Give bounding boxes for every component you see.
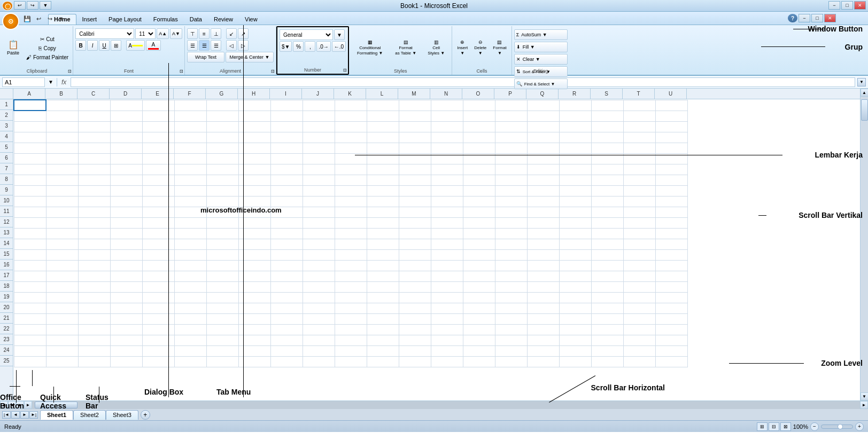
cell-Q14[interactable] [527,239,559,249]
cell-M9[interactable] [399,185,431,196]
cell-J15[interactable] [303,249,335,260]
page-layout-view-btn[interactable]: ⊟ [769,422,779,431]
cell-Q7[interactable] [527,164,559,175]
cell-F8[interactable] [174,175,206,185]
cell-L4[interactable] [367,132,399,143]
cell-F6[interactable] [174,153,206,164]
cell-I10[interactable] [270,196,303,207]
percent-btn[interactable]: % [293,41,304,52]
cell-N15[interactable] [431,249,463,260]
cell-M6[interactable] [399,153,431,164]
tab-page-layout[interactable]: Page Layout [103,14,148,25]
cell-J12[interactable] [303,217,335,228]
cell-N7[interactable] [431,164,463,175]
cell-N21[interactable] [431,313,463,324]
cell-H6[interactable] [238,153,270,164]
cell-T25[interactable] [623,356,655,367]
cell-T24[interactable] [623,345,655,356]
cell-S10[interactable] [591,196,623,207]
zoom-slider[interactable] [821,425,853,429]
number-dialog-btn[interactable]: ⊡ [343,68,347,73]
cell-G11[interactable] [206,207,238,217]
cell-H14[interactable] [238,239,270,249]
cell-L12[interactable] [367,217,399,228]
bold-btn[interactable]: B [75,40,86,51]
cell-H19[interactable] [238,292,270,303]
sheet-tab-1[interactable]: Sheet1 [40,410,73,420]
cell-C23[interactable] [78,335,110,345]
cell-U11[interactable] [655,207,687,217]
cell-U3[interactable] [655,121,687,132]
prev-sheet-btn[interactable]: ◄ [11,411,20,419]
cell-I3[interactable] [270,121,303,132]
cell-K11[interactable] [335,207,367,217]
cell-L13[interactable] [367,228,399,239]
restore-btn[interactable]: □ [841,1,853,10]
increase-font-btn[interactable]: A▲ [157,28,169,39]
cell-D8[interactable] [110,175,142,185]
cell-A17[interactable] [14,271,46,281]
cell-R20[interactable] [559,303,591,313]
cell-U24[interactable] [655,345,687,356]
cell-A1[interactable] [14,100,46,111]
cell-K18[interactable] [335,281,367,292]
cell-P17[interactable] [495,271,527,281]
cell-H16[interactable] [238,260,270,271]
cell-G15[interactable] [206,249,238,260]
cell-B8[interactable] [46,175,78,185]
cell-I13[interactable] [270,228,303,239]
cell-S12[interactable] [591,217,623,228]
cell-I19[interactable] [270,292,303,303]
cell-E8[interactable] [142,175,174,185]
cell-S21[interactable] [591,313,623,324]
tab-view[interactable]: View [239,14,264,25]
col-header-o[interactable]: O [462,89,494,99]
cell-J10[interactable] [303,196,335,207]
scroll-right2-btn[interactable]: ► [24,401,32,409]
cell-G2[interactable] [206,111,238,121]
cell-H24[interactable] [238,345,270,356]
cell-G25[interactable] [206,356,238,367]
cell-L2[interactable] [367,111,399,121]
row-header-22[interactable]: 22 [0,324,13,334]
cell-I20[interactable] [270,303,303,313]
cell-N14[interactable] [431,239,463,249]
cell-O15[interactable] [463,249,495,260]
cell-M11[interactable] [399,207,431,217]
cell-D19[interactable] [110,292,142,303]
cell-I21[interactable] [270,313,303,324]
col-header-s[interactable]: S [591,89,623,99]
cell-J20[interactable] [303,303,335,313]
cell-A25[interactable] [14,356,46,367]
qa-dropdown-btn[interactable]: ▼ [56,14,66,23]
row-header-5[interactable]: 5 [0,142,13,153]
cell-D2[interactable] [110,111,142,121]
qa-redo-btn[interactable]: ↪ [45,14,55,23]
cell-P1[interactable] [495,100,527,111]
text-direction-btn[interactable]: ↙ [226,28,237,39]
cell-U13[interactable] [655,228,687,239]
cell-O5[interactable] [463,143,495,153]
cell-C2[interactable] [78,111,110,121]
cell-L19[interactable] [367,292,399,303]
cell-J14[interactable] [303,239,335,249]
cell-K4[interactable] [335,132,367,143]
cell-N2[interactable] [431,111,463,121]
cell-K19[interactable] [335,292,367,303]
cell-H4[interactable] [238,132,270,143]
cell-P8[interactable] [495,175,527,185]
cell-K7[interactable] [335,164,367,175]
cell-H21[interactable] [238,313,270,324]
cell-A20[interactable] [14,303,46,313]
cell-F4[interactable] [174,132,206,143]
cell-F25[interactable] [174,356,206,367]
cell-C4[interactable] [78,132,110,143]
cell-M19[interactable] [399,292,431,303]
cell-J23[interactable] [303,335,335,345]
cell-L15[interactable] [367,249,399,260]
cell-N23[interactable] [431,335,463,345]
align-top-btn[interactable]: ⊤ [187,28,198,39]
cell-F14[interactable] [174,239,206,249]
cell-N1[interactable] [431,100,463,111]
cell-F12[interactable] [174,217,206,228]
